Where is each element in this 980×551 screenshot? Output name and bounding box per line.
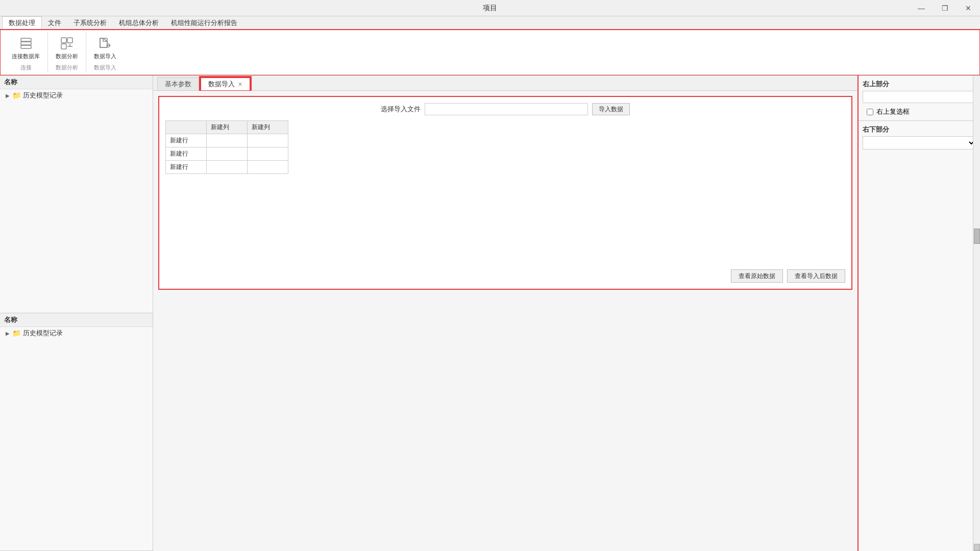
- connect-db-button[interactable]: 连接数据库: [8, 33, 43, 63]
- data-analysis-icon: [59, 35, 75, 52]
- scrollbar-end: [974, 544, 980, 551]
- view-imported-button[interactable]: 查看导入后数据: [787, 269, 845, 283]
- select-file-label: 选择导入文件: [381, 105, 421, 114]
- tree-item-label-1: 历史模型记录: [23, 91, 63, 100]
- svg-rect-4: [67, 38, 72, 43]
- tab-bar: 基本参数 数据导入 ✕: [153, 76, 857, 91]
- left-panel: 名称 ▶ 📁 历史模型记录 名称 ▶ 📁 历史模型记录: [0, 76, 153, 551]
- tab-content: 选择导入文件 导入数据 新建列 新建列: [153, 91, 857, 551]
- data-analysis-button[interactable]: 数据分析: [52, 33, 82, 63]
- data-import-label: 数据导入: [94, 53, 116, 60]
- import-panel: 选择导入文件 导入数据 新建列 新建列: [158, 96, 852, 290]
- svg-rect-5: [61, 44, 66, 49]
- right-select[interactable]: [863, 136, 976, 149]
- table-row-label-1: 新建行: [166, 134, 207, 147]
- svg-rect-1: [21, 42, 31, 45]
- table-cell-3-1[interactable]: [207, 161, 248, 174]
- table-cell-3-2[interactable]: [248, 161, 288, 174]
- minimize-button[interactable]: —: [910, 0, 933, 16]
- svg-rect-2: [21, 45, 31, 48]
- ribbon-group-data-analysis: 数据分析 数据分析: [48, 32, 86, 72]
- svg-rect-6: [100, 38, 107, 47]
- ribbon-group-connect: 连接数据库 连接: [4, 32, 48, 72]
- svg-rect-0: [21, 38, 31, 41]
- ribbon-buttons-connect: 连接数据库: [8, 33, 43, 63]
- tree-folder-icon-2: 📁: [12, 329, 21, 337]
- import-top-row: 选择导入文件 导入数据: [165, 103, 845, 115]
- table-row: 新建行: [166, 161, 288, 174]
- main-layout: 名称 ▶ 📁 历史模型记录 名称 ▶ 📁 历史模型记录 基本参数: [0, 76, 980, 551]
- right-top-label: 右上部分: [863, 80, 976, 89]
- left-section-top-header: 名称: [0, 76, 153, 89]
- data-analysis-label: 数据分析: [56, 53, 78, 60]
- title-bar: 项目 — ❐ ✕: [0, 0, 980, 16]
- table-cell-2-1[interactable]: [207, 147, 248, 161]
- right-bottom: 右下部分: [859, 121, 980, 152]
- window-title: 项目: [483, 4, 497, 13]
- menu-item-data-processing[interactable]: 数据处理: [2, 16, 42, 29]
- right-panel: 右上部分 右上复选框 右下部分: [857, 76, 980, 551]
- tab-close-icon[interactable]: ✕: [238, 81, 242, 88]
- ribbon: 连接数据库 连接 数据分析 数据分析: [0, 30, 980, 76]
- import-bottom-row: 查看原始数据 查看导入后数据: [165, 269, 845, 283]
- table-col-header-2: 新建列: [248, 121, 288, 134]
- window-controls: — ❐ ✕: [910, 0, 980, 16]
- table-cell-1-1[interactable]: [207, 134, 248, 147]
- menu-item-unit-overall[interactable]: 机组总体分析: [113, 16, 165, 29]
- table-row: 新建行: [166, 134, 288, 147]
- menu-item-file[interactable]: 文件: [42, 16, 67, 29]
- table-row-label-3: 新建行: [166, 161, 207, 174]
- menu-item-subsystem[interactable]: 子系统分析: [67, 16, 113, 29]
- right-top-input[interactable]: [863, 91, 976, 103]
- tab-basic-params[interactable]: 基本参数: [157, 77, 199, 90]
- table-row: 新建行: [166, 147, 288, 161]
- tree-arrow-2: ▶: [4, 330, 11, 337]
- view-raw-button[interactable]: 查看原始数据: [731, 269, 783, 283]
- tree-item-history-2[interactable]: ▶ 📁 历史模型记录: [0, 327, 153, 339]
- table-row-header: [166, 121, 207, 134]
- ribbon-group-connect-label: 连接: [20, 64, 32, 71]
- left-section-bottom: 名称 ▶ 📁 历史模型记录: [0, 313, 153, 551]
- svg-rect-3: [61, 38, 66, 43]
- connect-db-label: 连接数据库: [12, 53, 40, 60]
- file-input[interactable]: [425, 103, 588, 115]
- data-table-container: 新建列 新建列 新建行: [165, 120, 845, 174]
- table-cell-1-2[interactable]: [248, 134, 288, 147]
- ribbon-group-import-label: 数据导入: [94, 64, 116, 71]
- table-row-label-2: 新建行: [166, 147, 207, 161]
- ribbon-group-data-import: 数据导入 数据导入: [86, 32, 124, 72]
- right-top: 右上部分 右上复选框: [859, 76, 980, 121]
- restore-button[interactable]: ❐: [933, 0, 957, 16]
- data-table: 新建列 新建列 新建行: [165, 120, 288, 174]
- tree-folder-icon-1: 📁: [12, 91, 21, 99]
- data-import-button[interactable]: 数据导入: [90, 33, 120, 63]
- tab-basic-params-label: 基本参数: [165, 80, 191, 89]
- close-button[interactable]: ✕: [957, 0, 980, 16]
- import-data-button[interactable]: 导入数据: [592, 103, 630, 115]
- ribbon-group-analysis-label: 数据分析: [56, 64, 78, 71]
- tree-item-history-1[interactable]: ▶ 📁 历史模型记录: [0, 89, 153, 102]
- left-section-top: 名称 ▶ 📁 历史模型记录: [0, 76, 153, 313]
- right-checkbox-row: 右上复选框: [863, 105, 976, 118]
- left-section-bottom-header: 名称: [0, 313, 153, 327]
- ribbon-buttons-import: 数据导入: [90, 33, 120, 63]
- center-panel: 基本参数 数据导入 ✕ 选择导入文件 导入数据: [153, 76, 857, 551]
- table-col-header-1: 新建列: [207, 121, 248, 134]
- right-checkbox-label: 右上复选框: [876, 107, 910, 116]
- tree-item-label-2: 历史模型记录: [23, 329, 63, 338]
- ribbon-buttons-analysis: 数据分析: [52, 33, 82, 63]
- table-cell-2-2[interactable]: [248, 147, 288, 161]
- data-import-icon: [97, 35, 113, 52]
- center-right: 基本参数 数据导入 ✕ 选择导入文件 导入数据: [153, 76, 980, 551]
- connect-db-icon: [18, 35, 34, 52]
- menu-bar: 数据处理 文件 子系统分析 机组总体分析 机组性能运行分析报告: [0, 16, 980, 30]
- right-bottom-label: 右下部分: [863, 125, 976, 134]
- menu-item-unit-report[interactable]: 机组性能运行分析报告: [165, 16, 243, 29]
- right-scrollbar[interactable]: [973, 76, 980, 551]
- tab-data-import-label: 数据导入: [208, 80, 235, 89]
- tree-arrow-1: ▶: [4, 92, 11, 99]
- right-checkbox[interactable]: [867, 109, 873, 115]
- tab-data-import[interactable]: 数据导入 ✕: [200, 77, 251, 90]
- scrollbar-thumb[interactable]: [974, 229, 980, 244]
